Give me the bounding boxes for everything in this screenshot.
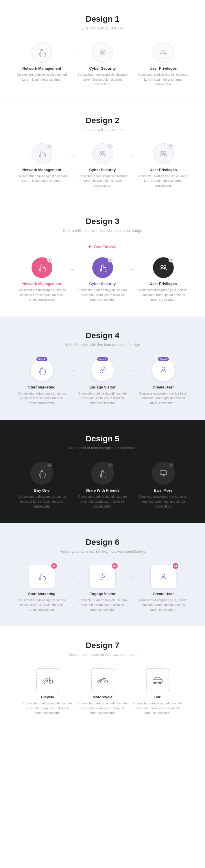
step3-label: User Privileges <box>150 282 177 286</box>
step2-desc: Consectetur adipiscing elit eiusmod Lore… <box>77 72 129 87</box>
step1-label: Network Management <box>22 168 61 172</box>
step1-icon-rect <box>36 668 59 691</box>
user-icon <box>159 572 168 581</box>
users-icon <box>159 263 168 272</box>
step2-badge: 2 <box>108 257 113 262</box>
step3-badge: 03 <box>173 563 178 569</box>
step-item: 1 Network Management Consectetur adipisc… <box>16 143 68 183</box>
step1-label: Network Management <box>22 282 61 286</box>
step3-icon-circle: 03 <box>152 462 175 485</box>
step1-desc: Consectetur adipiscing elit, sed do eius… <box>16 391 68 406</box>
design6-title: Design 6 <box>11 538 194 547</box>
arrow1: → <box>69 565 75 580</box>
design1-title: Design 1 <box>11 14 194 24</box>
step2-label: Share With Friends <box>85 488 119 493</box>
step2-desc: Consectetur adipiscing elit, sed do eius… <box>77 288 129 302</box>
step-item: Cyber Security Consectetur adipiscing el… <box>77 42 129 87</box>
design1-steps: Network Management Consectetur adipiscin… <box>11 42 194 87</box>
step1-desc: Consectetur adipiscing elit eiusmod Lore… <box>16 174 68 183</box>
step-item: Car Consectetur adipiscing elit, sed do … <box>131 668 184 715</box>
step2-label: Cyber Security <box>89 168 116 172</box>
finger-icon <box>37 469 47 478</box>
step2-icon-rect <box>91 668 114 691</box>
step2-badge: 2 <box>108 144 113 149</box>
step3-label: Car <box>154 695 161 699</box>
step1-icon-circle: 1 <box>31 257 52 278</box>
design5-steps: 01 Buy One Consectetur adipiscing elit, … <box>11 462 194 509</box>
design5-section: Design 5 Dark mood of icon background an… <box>0 420 205 523</box>
step3-label: Create User <box>153 592 174 596</box>
step3-label: Create User <box>153 385 174 389</box>
step3-icon-rect: 03 <box>150 565 176 588</box>
step1-badge: 1 <box>47 257 52 262</box>
design7-steps: Bicycle Consectetur adipiscing elit, sed… <box>11 668 194 715</box>
step1-badge: 1 <box>47 144 52 149</box>
step-item: Step 3 Create User Consectetur adipiscin… <box>137 359 189 406</box>
step1-label: Network Management <box>22 66 61 70</box>
motorcycle-icon <box>97 675 108 685</box>
design4-section: Design 4 White fill color with line icon… <box>0 316 205 420</box>
step-item: 03 Create User Consectetur adipiscing el… <box>137 565 189 612</box>
step1-icon-rect: 01 <box>29 565 55 588</box>
step-item: 01 Buy One Consectetur adipiscing elit, … <box>16 462 68 509</box>
car-icon <box>152 675 163 685</box>
design2-section: Design 2 Line icon with outline box 1 Ne… <box>0 101 205 203</box>
step1-badge: Step 1 <box>36 357 47 361</box>
step2-icon-rect: 02 <box>90 565 116 588</box>
step3-desc: Consectetur adipiscing elit, sed do eius… <box>137 391 189 406</box>
finger-icon <box>37 365 47 375</box>
step1-desc: Consectetur adipiscing elit, sed do eius… <box>16 598 68 612</box>
design5-subtitle: Dark mood of icon background and badge <box>11 446 194 450</box>
arrow2: → <box>130 359 136 374</box>
design4-subtitle: White fill color with line icon and seri… <box>11 343 194 347</box>
step2-label: Cyber Security <box>89 66 116 70</box>
step-item: Bicycle Consectetur adipiscing elit, sed… <box>22 668 74 715</box>
step3-link[interactable]: consectetur <box>155 504 172 508</box>
step2-label: Motorcycle <box>92 695 113 699</box>
step2-desc: Consectetur adipiscing elit, sed do eius… <box>77 701 129 715</box>
finger-icon <box>98 263 107 272</box>
step2-link[interactable]: consectetur <box>94 504 111 508</box>
step-item: 02 Share With Friends Consectetur adipis… <box>77 462 129 509</box>
step3-icon-circle: 3 <box>153 257 174 278</box>
arrow1: → <box>69 143 75 159</box>
design3-section: Design 3 Different fill color with line … <box>0 202 205 316</box>
design4-title: Design 4 <box>11 331 194 340</box>
step1-label: Start Marketing <box>28 592 56 596</box>
arrow1: → <box>69 257 75 273</box>
step3-icon-circle: 3 <box>153 143 174 164</box>
step-item: 2 Cyber Security Consectetur adipiscing … <box>77 257 129 302</box>
step2-badge: Step 2 <box>97 357 108 361</box>
design6-steps: 01 Start Marketing Consectetur adipiscin… <box>11 565 194 612</box>
play-icon <box>89 245 92 248</box>
finger-icon <box>98 469 107 478</box>
design2-steps: 1 Network Management Consectetur adipisc… <box>11 143 194 188</box>
step1-link[interactable]: consectetur <box>33 504 50 508</box>
step2-desc: Consectetur adipiscing elit, sed do eius… <box>77 391 129 406</box>
step3-desc: Consectetur adipiscing elit, sed do eius… <box>137 494 189 509</box>
users-icon <box>159 149 168 158</box>
step1-badge: 01 <box>51 563 57 569</box>
design2-title: Design 2 <box>11 116 194 125</box>
monitor-icon <box>159 469 168 478</box>
finger-icon <box>37 48 47 57</box>
arrow1: → <box>69 42 75 57</box>
finger-icon <box>37 149 47 158</box>
step2-badge: 02 <box>112 563 118 569</box>
step3-icon-circle: Step 3 <box>152 359 175 381</box>
view-tutorial[interactable]: View Tutorial <box>11 244 194 249</box>
design6-subtitle: Rectangular icon box for step flow with … <box>11 549 194 554</box>
design3-subtitle: Different fill color with line icon and … <box>11 228 194 233</box>
step3-desc: Consectetur adipiscing elit eiusmod Lore… <box>137 174 189 188</box>
step2-icon-circle: Step 2 <box>91 359 114 381</box>
design1-section: Design 1 Line icon with outline box Netw… <box>0 0 205 101</box>
users-icon <box>159 48 168 57</box>
step1-icon-circle: 1 <box>31 143 52 164</box>
step3-icon-circle <box>153 42 174 63</box>
step-item: Step 1 Start Marketing Consectetur adipi… <box>16 359 68 406</box>
step3-desc: Consectetur adipiscing elit, sed do eius… <box>131 701 184 715</box>
step3-desc: Consectetur adipiscing elit, sed do eius… <box>137 288 189 302</box>
step-item: 2 Cyber Security Consectetur adipiscing … <box>77 143 129 188</box>
step1-icon-circle: Step 1 <box>30 359 54 381</box>
tutorial-label: View Tutorial <box>93 244 117 249</box>
